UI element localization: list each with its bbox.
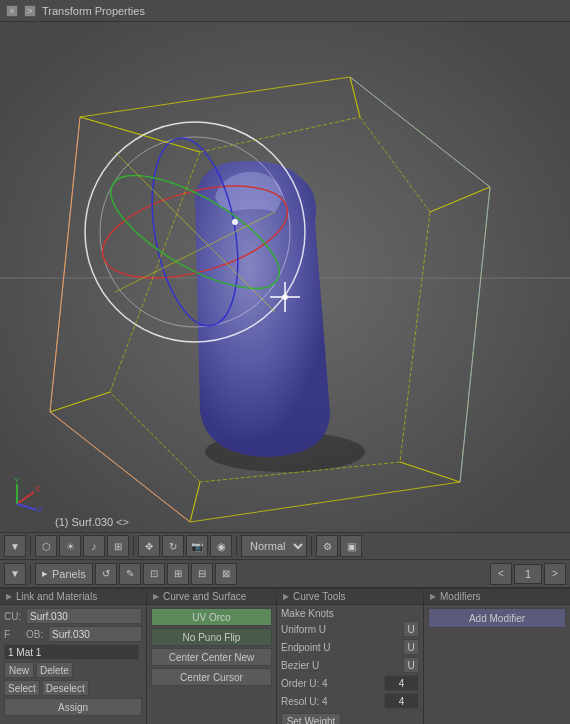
svg-text:Y: Y — [14, 476, 20, 485]
move-button[interactable]: ✥ — [138, 535, 160, 557]
ob-row: F OB: — [4, 626, 142, 642]
set-weight-row: Set Weight — [281, 713, 419, 724]
viewport-3d[interactable]: X Y Z (1) Surf.030 <> — [0, 22, 570, 532]
curve-surface-section: ▶ Curve and Surface UV Orco No Puno Flip… — [147, 589, 277, 724]
uniform-u-row: Uniform U U — [281, 621, 419, 637]
view-arrow-button[interactable]: ▼ — [4, 563, 26, 585]
second-toolbar: ▼ ▸ Panels ↺ ✎ ⊡ ⊞ ⊟ ⊠ < > — [0, 560, 570, 588]
mode-select[interactable]: Normal — [241, 535, 307, 557]
viewport-svg — [0, 22, 570, 532]
link-materials-section: ▶ Link and Materials CU: F OB: New Delet… — [0, 589, 147, 724]
settings-button[interactable]: ⚙ — [316, 535, 338, 557]
new-delete-row: New Delete — [4, 662, 142, 678]
page-input[interactable] — [514, 564, 542, 584]
view2-button[interactable]: ⊡ — [143, 563, 165, 585]
assign-button[interactable]: Assign — [4, 698, 142, 716]
extra-button[interactable]: ⊟ — [191, 563, 213, 585]
modifiers-header: ▶ Modifiers — [424, 589, 570, 605]
separator-3 — [236, 536, 237, 556]
curve-tools-section: ▶ Curve Tools Make Knots Uniform U U End… — [277, 589, 424, 724]
resol-u-label: Resol U: 4 — [281, 696, 382, 707]
deselect-button[interactable]: Deselect — [42, 680, 89, 696]
extra2-button[interactable]: ⊠ — [215, 563, 237, 585]
refresh-button[interactable]: ↺ — [95, 563, 117, 585]
transform-button[interactable]: ⊞ — [167, 563, 189, 585]
make-knots-label: Make Knots — [281, 608, 419, 619]
separator-2 — [133, 536, 134, 556]
mat-num-input[interactable] — [4, 644, 139, 660]
mat-row — [4, 644, 142, 660]
modifiers-section: ▶ Modifiers Add Modifier — [424, 589, 570, 724]
center-center-new-button[interactable]: Center Center New — [151, 648, 272, 666]
svg-text:X: X — [35, 484, 41, 493]
arrow-icon3: ▶ — [283, 592, 289, 601]
properties-panel: ▶ Link and Materials CU: F OB: New Delet… — [0, 588, 570, 724]
curve-surface-header: ▶ Curve and Surface — [147, 589, 276, 605]
set-weight-button[interactable]: Set Weight — [281, 713, 341, 724]
uniform-u-button[interactable]: U — [403, 621, 419, 637]
endpoint-u-button[interactable]: U — [403, 639, 419, 655]
screen-button[interactable]: ▣ — [340, 535, 362, 557]
view-menu-button[interactable]: ▼ — [4, 535, 26, 557]
cu-input[interactable] — [26, 608, 142, 624]
new-button[interactable]: New — [4, 662, 34, 678]
separator-1 — [30, 536, 31, 556]
main-toolbar: ▼ ⬡ ☀ ♪ ⊞ ✥ ↻ 📷 ◉ Normal ⚙ ▣ — [0, 532, 570, 560]
panels-label: Panels — [52, 568, 86, 580]
curve-tools-content: Make Knots Uniform U U Endpoint U U Bezi… — [277, 605, 423, 724]
next-page-button[interactable]: > — [544, 563, 566, 585]
cu-row: CU: — [4, 608, 142, 624]
arrow-icon2: ▶ — [153, 592, 159, 601]
svg-text:Z: Z — [38, 505, 43, 514]
svg-point-26 — [232, 219, 238, 225]
delete-button[interactable]: Delete — [36, 662, 73, 678]
center-cursor-button[interactable]: Center Cursor — [151, 668, 272, 686]
make-knots-subsection: Make Knots Uniform U U Endpoint U U Bezi… — [281, 608, 419, 709]
uv-orco-button[interactable]: UV Orco — [151, 608, 272, 626]
grid-button[interactable]: ⊞ — [107, 535, 129, 557]
select-button[interactable]: Select — [4, 680, 40, 696]
pin-button[interactable]: > — [24, 5, 36, 17]
mesh-icon-button[interactable]: ⬡ — [35, 535, 57, 557]
axis-indicator: X Y Z — [12, 474, 52, 514]
curve-tools-title: Curve Tools — [293, 591, 346, 602]
link-materials-content: CU: F OB: New Delete Select Deselect Ass… — [0, 605, 146, 721]
cu-label: CU: — [4, 611, 24, 622]
page-nav: < > — [490, 563, 566, 585]
endpoint-u-label: Endpoint U — [281, 642, 401, 653]
resol-u-input[interactable] — [384, 693, 419, 709]
audio-button[interactable]: ♪ — [83, 535, 105, 557]
triangle-icon: ▸ — [42, 567, 48, 580]
modifiers-content: Add Modifier — [424, 605, 570, 631]
curve-tools-header: ▶ Curve Tools — [277, 589, 423, 605]
camera-button[interactable]: 📷 — [186, 535, 208, 557]
arrow-icon: ▶ — [6, 592, 12, 601]
order-u-label: Order U: 4 — [281, 678, 382, 689]
order-u-input[interactable] — [384, 675, 419, 691]
no-puno-flip-button[interactable]: No Puno Flip — [151, 628, 272, 646]
edit-button[interactable]: ✎ — [119, 563, 141, 585]
select-deselect-row: Select Deselect — [4, 680, 142, 696]
resol-u-row: Resol U: 4 — [281, 693, 419, 709]
curve-surface-content: UV Orco No Puno Flip Center Center New C… — [147, 605, 276, 691]
separator-4 — [311, 536, 312, 556]
add-modifier-button[interactable]: Add Modifier — [428, 608, 566, 628]
bezier-u-button[interactable]: U — [403, 657, 419, 673]
svg-line-46 — [17, 504, 37, 510]
render-button[interactable]: ☀ — [59, 535, 81, 557]
link-materials-header: ▶ Link and Materials — [0, 589, 146, 605]
rotate-button[interactable]: ↻ — [162, 535, 184, 557]
viewport-info: (1) Surf.030 <> — [55, 516, 129, 528]
close-button[interactable]: × — [6, 5, 18, 17]
render2-button[interactable]: ◉ — [210, 535, 232, 557]
uniform-u-label: Uniform U — [281, 624, 401, 635]
sep-5 — [30, 564, 31, 584]
ob-input[interactable] — [48, 626, 142, 642]
link-materials-title: Link and Materials — [16, 591, 97, 602]
prev-page-button[interactable]: < — [490, 563, 512, 585]
order-u-row: Order U: 4 — [281, 675, 419, 691]
svg-line-42 — [17, 492, 34, 504]
panels-button[interactable]: ▸ Panels — [35, 563, 93, 585]
curve-surface-title: Curve and Surface — [163, 591, 246, 602]
svg-point-29 — [282, 294, 288, 300]
